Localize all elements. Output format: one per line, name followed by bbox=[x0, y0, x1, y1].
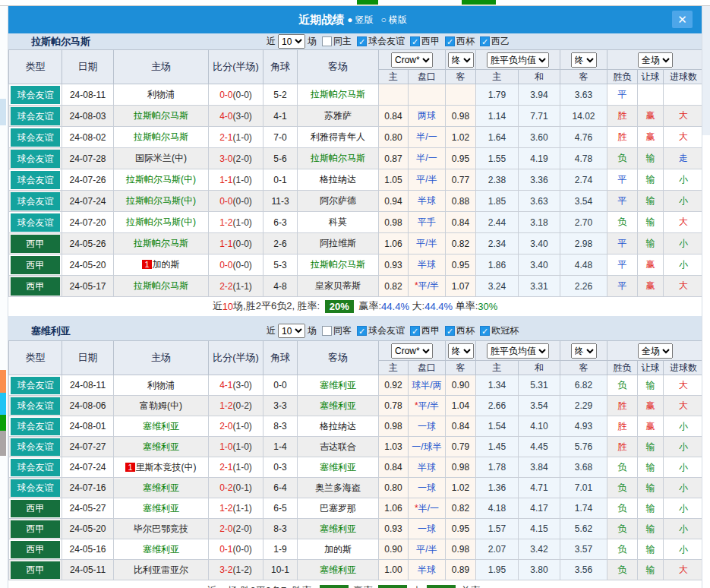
league-checkbox[interactable]: ✓ bbox=[480, 36, 490, 46]
sub-goals: 进球数 bbox=[664, 70, 703, 84]
avg-away-cell: 14.02 bbox=[560, 106, 607, 127]
crow-home-odds-cell: 0.90 bbox=[379, 539, 409, 560]
avg-home-cell: 1.45 bbox=[476, 437, 519, 457]
final-avg-select[interactable]: 终 bbox=[571, 343, 597, 359]
match-type-cell: 球会友谊 bbox=[9, 148, 62, 169]
score-cell: 0-0(0-0) bbox=[209, 191, 263, 212]
goals-result-cell: 小 bbox=[664, 457, 703, 478]
same-home-label[interactable]: 同主 bbox=[333, 35, 352, 48]
home-team-cell: 拉斯帕尔马斯(中) bbox=[114, 169, 209, 191]
same-away-checkbox[interactable] bbox=[322, 326, 332, 336]
summary-segment: 44.4% bbox=[381, 301, 409, 312]
league-checkbox[interactable]: ✓ bbox=[410, 326, 420, 336]
handicap-cell: 半球 bbox=[409, 191, 446, 212]
bookmaker-select[interactable]: Crow* bbox=[391, 52, 433, 68]
league-checkbox[interactable]: ✓ bbox=[357, 326, 367, 336]
league-label[interactable]: 欧冠杯 bbox=[491, 324, 519, 337]
avg-away-cell: 2.70 bbox=[560, 212, 607, 233]
goals-result-cell: 小 bbox=[664, 498, 703, 519]
league-checkbox[interactable]: ✓ bbox=[445, 326, 455, 336]
handicap-cell: *平/半 bbox=[409, 276, 446, 297]
final-avg-select[interactable]: 终 bbox=[571, 52, 597, 68]
sub-avg-away: 客 bbox=[560, 361, 607, 375]
background-green-bar bbox=[462, 0, 496, 5]
date-cell: 24-07-24 bbox=[62, 457, 114, 478]
match-type-cell: 球会友谊 bbox=[9, 478, 62, 498]
recent-count-select[interactable]: 10 bbox=[278, 324, 305, 338]
radio-vertical-icon[interactable]: ● bbox=[347, 14, 352, 25]
avg-home-cell: 1.79 bbox=[476, 84, 519, 106]
avg-away-cell: 3.63 bbox=[560, 84, 607, 106]
date-cell: 24-07-16 bbox=[62, 478, 114, 498]
fulltime-select[interactable]: 全场 bbox=[638, 343, 673, 359]
away-team-cell: 塞维利亚 bbox=[298, 457, 379, 478]
avg-odds-select[interactable]: 胜平负均值 bbox=[487, 343, 549, 359]
crow-away-odds-cell: 1.02 bbox=[446, 127, 476, 148]
corner-cell: 5-6 bbox=[263, 148, 298, 169]
league-label[interactable]: 西甲 bbox=[421, 324, 440, 337]
same-home-checkbox[interactable] bbox=[322, 36, 332, 46]
league-label[interactable]: 球会友谊 bbox=[368, 35, 405, 48]
corner-cell: 1-4 bbox=[263, 437, 298, 457]
date-cell: 24-08-11 bbox=[62, 375, 114, 396]
col-corner: 角球 bbox=[263, 341, 298, 375]
result-cell: 平 bbox=[607, 84, 638, 106]
crow-away-odds-cell: 0.98 bbox=[446, 457, 476, 478]
crow-home-odds-cell: 0.87 bbox=[379, 148, 409, 169]
corner-cell: 6-5 bbox=[263, 498, 298, 519]
goals-result-cell: 大 bbox=[664, 375, 703, 396]
background-fragment bbox=[0, 431, 6, 456]
date-cell: 24-05-11 bbox=[62, 560, 114, 580]
match-type-cell: 西甲 bbox=[9, 539, 62, 560]
match-type-cell: 西甲 bbox=[9, 519, 62, 539]
fulltime-select[interactable]: 全场 bbox=[638, 52, 673, 68]
goals-result-cell: 小 bbox=[664, 519, 703, 539]
league-checkbox[interactable]: ✓ bbox=[445, 36, 455, 46]
sub-avg-home: 主 bbox=[476, 361, 519, 375]
summary-segment: 近 bbox=[213, 299, 222, 313]
league-checkbox[interactable]: ✓ bbox=[480, 326, 490, 336]
league-label[interactable]: 西乙 bbox=[491, 35, 510, 48]
league-label[interactable]: 西杯 bbox=[456, 324, 475, 337]
recent-count-select[interactable]: 10 bbox=[278, 34, 305, 49]
league-label[interactable]: 西甲 bbox=[421, 35, 440, 48]
crow-home-odds-cell: 0.80 bbox=[379, 127, 409, 148]
crow-home-odds-cell: 1.05 bbox=[379, 169, 409, 191]
rank-badge: 1 bbox=[125, 463, 134, 472]
avg-draw-cell: 3.63 bbox=[519, 191, 560, 212]
league-label[interactable]: 西杯 bbox=[456, 35, 475, 48]
result-cell: 负 bbox=[607, 539, 638, 560]
away-team-cell: 拉斯帕尔马斯 bbox=[298, 84, 379, 106]
goals-result-cell: 小 bbox=[664, 416, 703, 437]
corner-cell: 6-4 bbox=[263, 478, 298, 498]
same-away-label[interactable]: 同客 bbox=[333, 324, 352, 337]
away-team-cell: 拉斯帕尔马斯 bbox=[298, 254, 379, 276]
match-row: 西甲24-05-20毕尔巴鄂竞技2-0(2-0)8-3塞维利亚0.93一球0.9… bbox=[9, 519, 703, 539]
goals-result-cell: 小 bbox=[664, 478, 703, 498]
col-date: 日期 bbox=[62, 50, 114, 84]
radio-horizontal-icon[interactable]: ○ bbox=[381, 14, 387, 25]
avg-odds-select[interactable]: 胜平负均值 bbox=[487, 52, 549, 68]
league-label[interactable]: 球会友谊 bbox=[368, 324, 405, 337]
crow-away-odds-cell: 0.98 bbox=[446, 539, 476, 560]
date-cell: 24-08-11 bbox=[62, 84, 114, 106]
final-odds-select[interactable]: 终 bbox=[448, 343, 474, 359]
close-icon[interactable]: ✕ bbox=[672, 11, 693, 28]
away-team-cell: 利雅得青年人 bbox=[298, 127, 379, 148]
final-odds-select[interactable]: 终 bbox=[448, 52, 474, 68]
radio-vertical-label[interactable]: 竖版 bbox=[355, 14, 374, 27]
league-checkbox[interactable]: ✓ bbox=[357, 36, 367, 46]
radio-horizontal-label[interactable]: 横版 bbox=[389, 14, 407, 27]
score-cell: 1-2(1-0) bbox=[209, 212, 263, 233]
summary-segment: 单率: bbox=[453, 299, 478, 313]
bookmaker-select[interactable]: Crow* bbox=[391, 343, 433, 359]
home-team-cell: 拉斯帕尔马斯(中) bbox=[114, 212, 209, 233]
match-type-cell: 西甲 bbox=[9, 560, 62, 580]
league-checkbox[interactable]: ✓ bbox=[410, 36, 420, 46]
score-cell: 3-2(1-2) bbox=[209, 560, 263, 580]
avg-draw-cell: 3.40 bbox=[519, 233, 560, 254]
away-team-cell: 格拉纳达 bbox=[298, 416, 379, 437]
score-cell: 2-2(1-1) bbox=[209, 276, 263, 297]
score-cell: 1-1(1-0) bbox=[209, 169, 263, 191]
crow-away-odds-cell: 1.07 bbox=[446, 276, 476, 297]
